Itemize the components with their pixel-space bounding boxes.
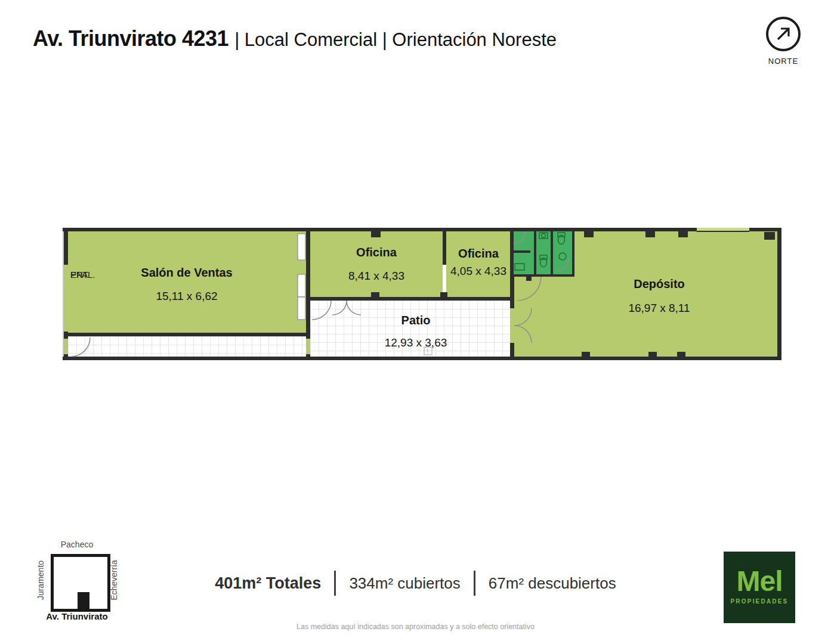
brand-name: Mel [724,567,795,596]
disclaimer: Las medidas aquí indicadas son aproximad… [0,623,831,631]
room-name-deposito: Depósito [570,277,749,291]
floorplan-flyer: Av. Triunvirato 4231| Local Comercial | … [0,0,831,644]
floor-plan: ENT. PPAL. Salón de Ventas 15,11 x 6,62 … [63,227,781,361]
room-dims-oficina-2: 4,05 x 4,33 [428,265,529,278]
toilet-tank-icon [540,255,547,259]
patio-deposito-door-arc [514,308,532,326]
bathroom-deposito-door-arc [517,277,541,301]
sink-icon [559,253,566,260]
uncovered-area: 67m² descubiertos [489,574,616,593]
separator [474,571,475,596]
street-top-label: Pacheco [29,540,125,549]
area-summary: 401m² Totales 334m² cubiertos 67m² descu… [0,571,831,596]
covered-area: 334m² cubiertos [349,574,460,593]
room-name-oficina-2: Oficina [431,247,526,261]
entrance-door-arc [71,338,90,357]
north-arrow-icon [766,17,801,51]
door-frame [298,274,305,297]
bathroom-door-arc [557,259,569,271]
property-subtitle: | Local Comercial | Orientación Noreste [234,29,557,50]
separator [334,571,336,596]
brand-logo: Mel PROPIEDADES [724,552,795,623]
room-dims-oficina-1: 8,41 x 4,33 [317,270,436,283]
total-area: 401m² Totales [215,574,321,593]
double-door-arc [332,301,347,315]
brand-tagline: PROPIEDADES [724,598,795,605]
room-name-oficina-1: Oficina [317,246,436,259]
arrow-northeast-icon [773,24,793,44]
sink-basin-icon [542,234,546,238]
bathroom-door-arc [514,231,526,243]
room-dims-salon: 15,11 x 6,62 [97,290,276,303]
patio-deposito-door-arc [514,326,532,343]
door-frame [298,297,305,320]
window-frame [298,234,305,260]
toilet-tank-icon [558,233,565,237]
room-name-patio: Patio [326,314,505,327]
street-bottom-label: Av. Triunvirato [29,611,125,621]
room-dims-deposito: 16,97 x 8,11 [570,302,749,315]
room-name-salon: Salón de Ventas [97,266,276,280]
double-door-arc [347,301,361,315]
north-indicator: NORTE [761,17,805,66]
property-address: Av. Triunvirato 4231 [33,26,228,51]
page-title: Av. Triunvirato 4231| Local Comercial | … [33,26,557,51]
room-dims-patio: 12,93 x 3,63 [326,336,505,349]
north-label: NORTE [761,57,805,66]
